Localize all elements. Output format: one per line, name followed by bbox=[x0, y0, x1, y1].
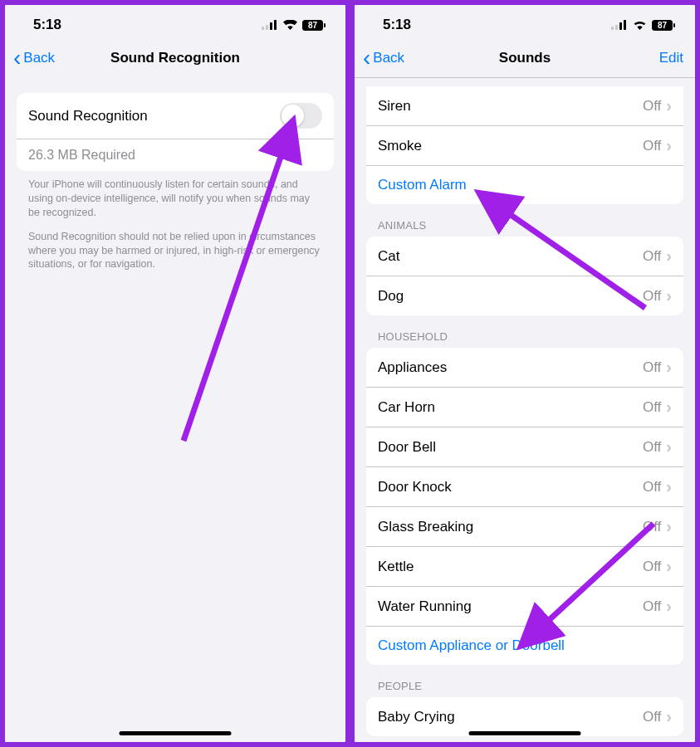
sound-row-dog[interactable]: Dog Off › bbox=[366, 276, 683, 315]
custom-alarm-link[interactable]: Custom Alarm bbox=[366, 166, 683, 204]
sound-row-doorknock[interactable]: Door Knock Off› bbox=[366, 467, 683, 507]
row-value: Off bbox=[643, 709, 661, 725]
row-trailing: Off› bbox=[643, 557, 672, 576]
sound-row-cat[interactable]: Cat Off › bbox=[366, 237, 683, 276]
row-value: Off bbox=[643, 519, 661, 535]
row-trailing: Off› bbox=[643, 707, 672, 726]
custom-appliance-link[interactable]: Custom Appliance or Doorbell bbox=[366, 627, 683, 665]
page-title: Sound Recognition bbox=[110, 50, 240, 66]
svg-rect-5 bbox=[324, 23, 326, 27]
row-label: Custom Appliance or Doorbell bbox=[378, 637, 565, 654]
status-time: 5:18 bbox=[383, 17, 411, 33]
row-trailing: Off › bbox=[643, 96, 672, 115]
chevron-left-icon: ‹ bbox=[13, 46, 21, 70]
svg-rect-10 bbox=[619, 22, 622, 30]
svg-rect-8 bbox=[611, 27, 614, 30]
left-phone: 5:18 87 ‹ Back Sound Recognition Sound R… bbox=[2, 2, 348, 745]
sound-row-smoke[interactable]: Smoke Off › bbox=[366, 126, 683, 166]
row-value: Off bbox=[643, 288, 661, 305]
chevron-right-icon: › bbox=[666, 557, 672, 576]
content-scroll[interactable]: Siren Off › Smoke Off › Custom Alarm ANI… bbox=[355, 86, 695, 742]
chevron-right-icon: › bbox=[666, 247, 672, 266]
row-label: Appliances bbox=[378, 359, 447, 376]
group-animals: Cat Off › Dog Off › bbox=[366, 237, 683, 315]
row-label: Siren bbox=[378, 98, 411, 115]
chevron-right-icon: › bbox=[666, 136, 672, 155]
row-value: Off bbox=[643, 439, 661, 456]
nav-bar: ‹ Back Sound Recognition bbox=[5, 42, 345, 78]
row-value: Off bbox=[643, 479, 661, 496]
svg-rect-0 bbox=[262, 27, 264, 30]
chevron-right-icon: › bbox=[666, 477, 672, 496]
sound-row-appliances[interactable]: Appliances Off› bbox=[366, 348, 683, 388]
right-phone: 5:18 87 ‹ Back Sounds Edit Siren Off › S… bbox=[352, 2, 698, 745]
row-value: Off bbox=[643, 138, 661, 154]
svg-text:87: 87 bbox=[658, 21, 668, 30]
row-label: Glass Breaking bbox=[378, 519, 473, 535]
chevron-right-icon: › bbox=[666, 286, 672, 305]
row-label: Dog bbox=[378, 288, 404, 305]
footer-text: Your iPhone will continuously listen for… bbox=[5, 171, 345, 285]
nav-bar: ‹ Back Sounds Edit bbox=[355, 42, 695, 78]
row-label: Water Running bbox=[378, 598, 472, 615]
sound-row-glass[interactable]: Glass Breaking Off› bbox=[366, 507, 683, 547]
status-icons: 87 bbox=[262, 20, 326, 31]
svg-rect-9 bbox=[615, 25, 618, 30]
toggle-switch[interactable] bbox=[280, 103, 322, 129]
svg-rect-13 bbox=[673, 23, 675, 27]
sound-row-siren[interactable]: Siren Off › bbox=[366, 86, 683, 126]
back-label: Back bbox=[373, 50, 404, 66]
sound-row-doorbell[interactable]: Door Bell Off› bbox=[366, 427, 683, 467]
sound-row-water[interactable]: Water Running Off› bbox=[366, 587, 683, 627]
back-label: Back bbox=[23, 50, 55, 66]
svg-rect-3 bbox=[274, 20, 277, 30]
row-value: Off bbox=[643, 598, 661, 615]
toggle-label: Sound Recognition bbox=[28, 108, 148, 124]
row-label: Smoke bbox=[378, 138, 422, 154]
cell-signal-icon bbox=[262, 20, 278, 30]
group-partial: Siren Off › Smoke Off › Custom Alarm bbox=[366, 86, 683, 204]
row-trailing: Off› bbox=[643, 437, 672, 456]
wifi-icon bbox=[283, 20, 297, 30]
chevron-right-icon: › bbox=[666, 517, 672, 536]
row-trailing: Off› bbox=[643, 358, 672, 377]
sound-row-carhorn[interactable]: Car Horn Off› bbox=[366, 388, 683, 427]
row-label: Baby Crying bbox=[378, 709, 455, 725]
chevron-right-icon: › bbox=[666, 707, 672, 726]
row-value: Off bbox=[643, 98, 661, 115]
wifi-icon bbox=[633, 20, 647, 30]
chevron-right-icon: › bbox=[666, 358, 672, 377]
settings-group-main: Sound Recognition 26.3 MB Required bbox=[17, 93, 334, 171]
group-household: Appliances Off› Car Horn Off› Door Bell … bbox=[366, 348, 683, 665]
row-value: Off bbox=[643, 559, 661, 575]
group-people: Baby Crying Off› bbox=[366, 697, 683, 736]
sound-row-kettle[interactable]: Kettle Off› bbox=[366, 547, 683, 587]
chevron-right-icon: › bbox=[666, 597, 672, 616]
row-trailing: Off› bbox=[643, 398, 672, 417]
edit-button[interactable]: Edit bbox=[659, 50, 683, 66]
row-trailing: Off› bbox=[643, 517, 672, 536]
svg-rect-11 bbox=[624, 20, 626, 30]
back-button[interactable]: ‹ Back bbox=[13, 46, 55, 70]
toggle-knob bbox=[281, 105, 304, 127]
home-indicator bbox=[120, 731, 232, 735]
row-trailing: Off › bbox=[643, 286, 672, 305]
row-trailing: Off› bbox=[643, 597, 672, 616]
row-label: Cat bbox=[378, 248, 399, 265]
footer-para-1: Your iPhone will continuously listen for… bbox=[28, 178, 322, 220]
status-bar: 5:18 87 bbox=[355, 5, 695, 42]
sound-recognition-toggle-row[interactable]: Sound Recognition bbox=[17, 93, 334, 139]
row-label: Car Horn bbox=[378, 399, 435, 416]
group-header-household: HOUSEHOLD bbox=[355, 315, 695, 348]
row-value: Off bbox=[643, 399, 661, 416]
row-label: Door Bell bbox=[378, 439, 436, 456]
back-button[interactable]: ‹ Back bbox=[363, 46, 404, 70]
status-icons: 87 bbox=[611, 20, 675, 31]
group-header-animals: ANIMALS bbox=[355, 204, 695, 237]
home-indicator bbox=[469, 731, 581, 735]
row-trailing: Off› bbox=[643, 477, 672, 496]
row-label: Door Knock bbox=[378, 479, 452, 496]
status-bar: 5:18 87 bbox=[5, 5, 345, 42]
row-label: Kettle bbox=[378, 559, 414, 575]
sound-row-baby[interactable]: Baby Crying Off› bbox=[366, 697, 683, 736]
